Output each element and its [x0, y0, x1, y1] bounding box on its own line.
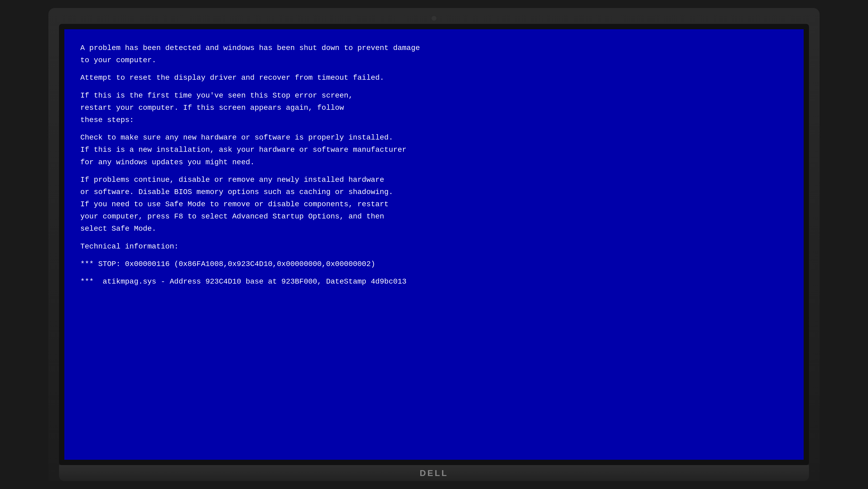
laptop-body: A problem has been detected and windows … [49, 8, 819, 481]
bsod-content: A problem has been detected and windows … [80, 42, 788, 288]
dell-logo-text: DELL [420, 468, 448, 478]
bsod-screen: A problem has been detected and windows … [64, 29, 804, 460]
laptop-base: DELL [59, 465, 809, 481]
laptop-top-bar [59, 15, 809, 21]
webcam [432, 16, 436, 21]
screen-bezel: A problem has been detected and windows … [59, 24, 809, 465]
